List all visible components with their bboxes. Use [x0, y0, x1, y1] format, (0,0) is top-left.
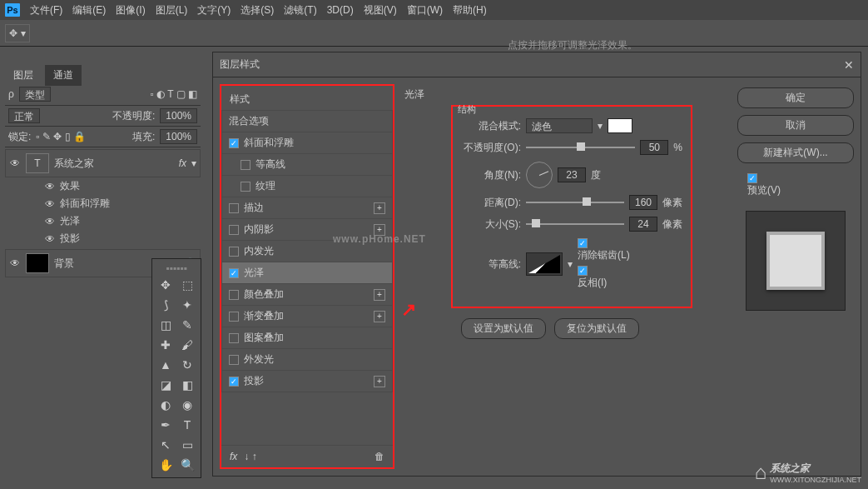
set-default-button[interactable]: 设置为默认值 — [461, 318, 546, 339]
checkbox-icon[interactable] — [229, 138, 239, 148]
stamp-icon[interactable]: ▲ — [156, 356, 176, 374]
blend-mode-select[interactable]: 正常 — [8, 108, 40, 123]
new-style-button[interactable]: 新建样式(W)... — [737, 142, 854, 163]
contour-picker[interactable] — [526, 252, 563, 276]
checkbox-icon[interactable] — [229, 312, 239, 322]
type-icon[interactable]: T — [177, 416, 197, 434]
angle-unit: 度 — [591, 168, 601, 182]
menu-help[interactable]: 帮助(H) — [453, 3, 487, 17]
blend-mode-dropdown[interactable]: 滤色 — [526, 118, 593, 133]
opacity-slider[interactable] — [526, 147, 635, 148]
marquee-icon[interactable]: ⬚ — [177, 276, 197, 294]
checkbox-icon[interactable] — [229, 355, 239, 365]
add-icon[interactable]: + — [374, 289, 385, 301]
eyedropper-icon[interactable]: ✎ — [177, 316, 197, 334]
filter-type[interactable]: 类型 — [19, 87, 51, 102]
checkbox-icon[interactable] — [229, 333, 239, 343]
distance-slider[interactable] — [526, 202, 624, 203]
footer-brand: ⌂ 系统之家WWW.XITONGZHIJIA.NET — [755, 461, 861, 484]
add-icon[interactable]: + — [374, 376, 385, 387]
checkbox-icon[interactable] — [229, 268, 239, 278]
opacity-value[interactable]: 100% — [160, 108, 197, 123]
menu-filter[interactable]: 滤镜(T) — [284, 3, 316, 17]
effect-satin[interactable]: 👁光泽 — [5, 212, 201, 230]
angle-label: 角度(N): — [461, 168, 521, 182]
distance-input[interactable]: 160 — [629, 195, 657, 210]
brush-icon[interactable]: 🖌 — [177, 336, 197, 354]
blur-icon[interactable]: ◐ — [156, 396, 176, 414]
preview-checkbox[interactable]: 预览(V) — [747, 173, 854, 197]
blend-options-item[interactable]: 混合选项 — [221, 110, 393, 132]
checkbox-icon[interactable] — [229, 247, 239, 257]
reset-default-button[interactable]: 复位为默认值 — [554, 318, 639, 339]
distance-label: 距离(D): — [461, 196, 521, 210]
heal-icon[interactable]: ✚ — [156, 336, 176, 354]
menu-view[interactable]: 视图(V) — [364, 3, 397, 17]
style-item-投影[interactable]: 投影+ — [221, 371, 393, 392]
style-item-外发光[interactable]: 外发光 — [221, 349, 393, 371]
eraser-icon[interactable]: ◪ — [156, 376, 176, 394]
fx-badge[interactable]: fx — [179, 157, 186, 169]
history-icon[interactable]: ↻ — [177, 356, 197, 374]
antialias-checkbox[interactable]: 消除锯齿(L) — [578, 238, 630, 262]
menu-file[interactable]: 文件(F) — [30, 3, 62, 17]
ok-button[interactable]: 确定 — [737, 87, 854, 108]
layer-text-row[interactable]: 👁 T 系统之家 fx▾ — [5, 149, 201, 177]
move-tool-icon[interactable]: ✥ ▾ — [5, 24, 30, 42]
angle-input[interactable]: 23 — [558, 167, 586, 182]
hand-icon[interactable]: ✋ — [156, 456, 176, 474]
checkbox-icon[interactable] — [229, 203, 239, 213]
path-icon[interactable]: ↖ — [156, 436, 176, 454]
menu-image[interactable]: 图像(I) — [116, 3, 145, 17]
visibility-icon[interactable]: 👁 — [9, 157, 21, 169]
zoom-icon[interactable]: 🔍 — [177, 456, 197, 474]
move-icon[interactable]: ✥ — [156, 276, 176, 294]
pen-icon[interactable]: ✒ — [156, 416, 176, 434]
fill-value[interactable]: 100% — [160, 129, 197, 144]
style-item-斜面和浮雕[interactable]: 斜面和浮雕 — [221, 132, 393, 154]
effect-shadow[interactable]: 👁投影 — [5, 230, 201, 247]
opacity-input[interactable]: 50 — [640, 140, 668, 155]
checkbox-icon[interactable] — [229, 377, 239, 387]
checkbox-icon[interactable] — [241, 182, 250, 192]
style-item-描边[interactable]: 描边+ — [221, 197, 393, 219]
angle-dial[interactable] — [526, 162, 553, 188]
dodge-icon[interactable]: ◉ — [177, 396, 197, 414]
menu-3d[interactable]: 3D(D) — [327, 4, 354, 16]
checkbox-icon[interactable] — [229, 290, 239, 300]
shape-icon[interactable]: ▭ — [177, 436, 197, 454]
layer-style-dialog: 图层样式 ✕ 样式 混合选项 斜面和浮雕等高线纹理描边+内阴影+内发光光泽颜色叠… — [212, 52, 861, 477]
style-item-渐变叠加[interactable]: 渐变叠加+ — [221, 306, 393, 327]
effect-bevel[interactable]: 👁斜面和浮雕 — [5, 195, 201, 212]
menu-layer[interactable]: 图层(L) — [156, 3, 188, 17]
lasso-icon[interactable]: ⟆ — [156, 296, 176, 314]
menu-edit[interactable]: 编辑(E) — [72, 3, 106, 17]
size-slider[interactable] — [526, 223, 624, 225]
cancel-button[interactable]: 取消 — [737, 115, 854, 136]
satin-settings: ↗ 光泽 结构 混合模式: 滤色▾ 不透明度(O): 50 % 角度(N): — [401, 84, 731, 469]
invert-checkbox[interactable]: 反相(I) — [578, 266, 630, 290]
style-item-光泽[interactable]: 光泽 — [221, 262, 393, 284]
style-item-等高线[interactable]: 等高线 — [221, 154, 393, 176]
checkbox-icon[interactable] — [241, 160, 250, 170]
wand-icon[interactable]: ✦ — [177, 296, 197, 314]
size-input[interactable]: 24 — [629, 217, 657, 232]
menu-text[interactable]: 文字(Y) — [197, 3, 231, 17]
crop-icon[interactable]: ◫ — [156, 316, 176, 334]
style-item-图案叠加[interactable]: 图案叠加 — [221, 327, 393, 349]
style-item-纹理[interactable]: 纹理 — [221, 176, 393, 197]
layer-name: 系统之家 — [54, 157, 94, 171]
trash-icon[interactable]: 🗑 — [374, 451, 384, 462]
menu-window[interactable]: 窗口(W) — [407, 3, 443, 17]
add-icon[interactable]: + — [374, 202, 385, 214]
bg-thumb — [26, 253, 49, 273]
menu-select[interactable]: 选择(S) — [241, 3, 274, 17]
fx-menu[interactable]: fx — [230, 451, 237, 462]
gradient-icon[interactable]: ◧ — [177, 376, 197, 394]
add-icon[interactable]: + — [374, 311, 385, 322]
close-button[interactable]: ✕ — [844, 58, 854, 72]
color-swatch[interactable] — [608, 118, 632, 133]
checkbox-icon[interactable] — [229, 225, 239, 235]
style-item-颜色叠加[interactable]: 颜色叠加+ — [221, 284, 393, 306]
visibility-icon[interactable]: 👁 — [9, 257, 21, 269]
